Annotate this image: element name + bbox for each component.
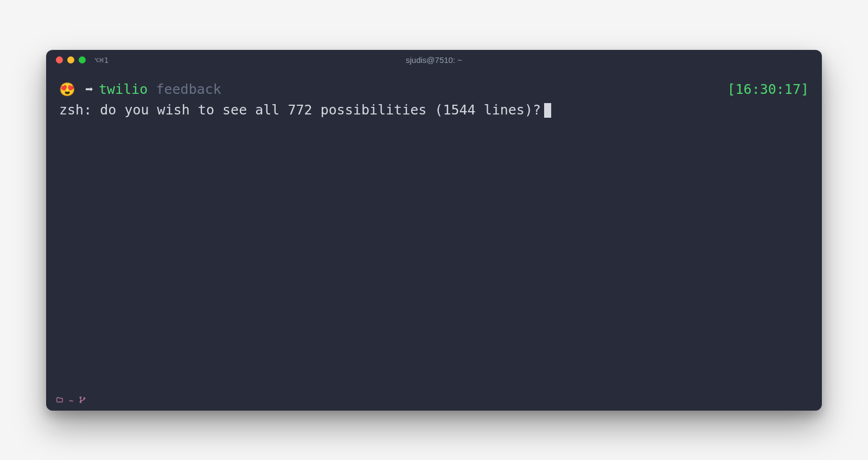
svg-point-2 (84, 397, 86, 399)
tab-indicator: ⌥⌘1 (94, 56, 109, 65)
autosuggestion-text: feedback (148, 79, 221, 100)
traffic-lights (56, 56, 86, 63)
zsh-output-line: zsh: do you wish to see all 772 possibil… (59, 100, 809, 121)
cursor (544, 103, 551, 118)
title-bar: ⌥⌘1 sjudis@7510: ~ (46, 50, 822, 71)
close-button[interactable] (56, 56, 63, 63)
zsh-question-text: zsh: do you wish to see all 772 possibil… (59, 100, 541, 121)
svg-point-0 (80, 397, 82, 398)
prompt-timestamp: [16:30:17] (727, 79, 809, 100)
status-path: ~ (69, 397, 73, 405)
prompt-emoji-icon: 😍 (59, 80, 75, 100)
minimize-button[interactable] (67, 56, 74, 63)
window-title: sjudis@7510: ~ (406, 55, 462, 65)
status-bar: ~ (46, 394, 822, 411)
folder-icon (56, 396, 63, 406)
prompt-arrow-icon: ➡ (85, 79, 93, 100)
terminal-window: ⌥⌘1 sjudis@7510: ~ 😍 ➡ twilio feedback [… (46, 50, 822, 411)
terminal-body[interactable]: 😍 ➡ twilio feedback [16:30:17] zsh: do y… (46, 71, 822, 394)
prompt-line: 😍 ➡ twilio feedback [16:30:17] (59, 79, 809, 100)
git-branch-icon (79, 396, 86, 406)
zoom-button[interactable] (79, 56, 86, 63)
command-text: twilio (99, 79, 148, 100)
svg-point-1 (80, 401, 82, 403)
